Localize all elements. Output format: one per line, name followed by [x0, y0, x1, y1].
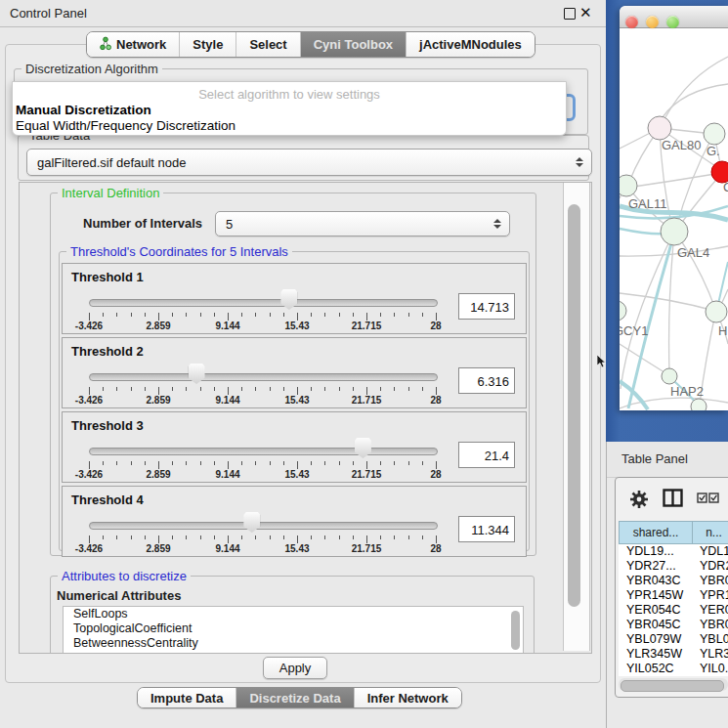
slider-track[interactable] [89, 373, 438, 381]
network-node-label: GCY1 [620, 323, 648, 338]
table-row[interactable]: YIL052CYIL0... [619, 662, 728, 676]
node-attribute-table[interactable]: shared... n... YDL19...YDL1...YDR27...YD… [619, 521, 728, 676]
threshold-value-field[interactable]: 11.344 [458, 516, 515, 542]
slider-track[interactable] [89, 522, 438, 530]
table-row[interactable]: YLR345WYLR3... [619, 647, 728, 662]
network-node-gal4[interactable] [661, 218, 688, 245]
network-node-gal80[interactable] [648, 116, 671, 140]
apply-button[interactable]: Apply [263, 657, 327, 679]
tab-cyni-toolbox[interactable]: Cyni Toolbox [301, 32, 407, 57]
table-header-shared-name[interactable]: shared... [619, 521, 693, 544]
application-window: Control Panel ✕ NetworkStyleSelectCyni T… [0, 0, 728, 728]
slider-major-tick [297, 313, 298, 321]
network-node-label: GAL4 [677, 245, 709, 260]
tab-select[interactable]: Select [236, 32, 300, 57]
slider-minor-tick [324, 313, 325, 317]
table-panel-container: shared... n... YDL19...YDL1...YDR27...YD… [615, 477, 728, 698]
slider-minor-tick [270, 461, 271, 465]
viewport-scrollbar-thumb[interactable] [568, 204, 580, 607]
cell-name: YER0... [700, 603, 728, 618]
slider-minor-tick [103, 313, 104, 317]
table-row[interactable]: YER054CYER0... [619, 603, 728, 618]
bottom-tab-infer-network[interactable]: Infer Network [355, 688, 461, 707]
slider-minor-tick [283, 461, 284, 465]
slider-minor-tick [255, 535, 256, 539]
tab-style[interactable]: Style [180, 32, 236, 57]
slider-minor-tick [255, 387, 256, 391]
threshold-value-field[interactable]: 6.316 [458, 367, 515, 394]
slider-minor-tick [270, 387, 271, 391]
attribute-list-item[interactable]: BetweennessCentrality [64, 636, 523, 651]
gear-icon[interactable] [629, 490, 649, 509]
float-window-icon[interactable] [564, 8, 576, 20]
network-edge[interactable] [620, 293, 714, 311]
network-edge[interactable] [663, 84, 728, 117]
network-node-hap2[interactable] [662, 368, 677, 384]
network-node-gal11[interactable] [620, 175, 637, 196]
network-node-gcy1[interactable] [620, 301, 626, 321]
attribute-list-item[interactable]: TopologicalCoefficient [64, 621, 523, 636]
table-row[interactable]: YDR27...YDR2... [619, 559, 728, 574]
network-edge[interactable] [665, 57, 728, 117]
table-data-combobox[interactable]: galFiltered.sif default node [26, 149, 592, 176]
attributes-list-scrollbar[interactable] [511, 611, 520, 650]
network-node-h[interactable] [706, 301, 727, 322]
threshold-value-field[interactable]: 21.4 [458, 442, 515, 468]
dropdown-placeholder-item[interactable]: Select algorithm to view settings [13, 87, 566, 102]
table-row[interactable]: YBR045CYBR0... [619, 618, 728, 632]
slider-major-tick [436, 535, 437, 543]
combobox-stepper-icon [576, 157, 583, 167]
tab-jactivemnodules[interactable]: jActiveMNodules [407, 32, 535, 57]
table-row[interactable]: YPR145WYPR1... [619, 588, 728, 603]
table-horizontal-scrollbar[interactable] [619, 678, 728, 691]
slider-tick-label: 21.715 [352, 469, 382, 480]
slider-major-tick [89, 313, 90, 321]
slider-minor-tick [353, 535, 354, 539]
dropdown-option-manual-discretization[interactable]: Manual Discretization [16, 103, 151, 117]
slider-tick-label: -3.426 [75, 543, 103, 554]
slider-minor-tick [103, 387, 104, 391]
table-header-name[interactable]: n... [692, 521, 728, 544]
viewport-vertical-scrollbar[interactable] [563, 183, 590, 651]
table-panel-title: Table Panel [621, 451, 688, 466]
close-icon[interactable]: ✕ [579, 4, 592, 21]
table-row[interactable]: YBR043CYBR0... [619, 574, 728, 588]
network-node-node[interactable] [691, 399, 707, 410]
tab-label: Impute Data [150, 691, 223, 706]
network-edge[interactable] [675, 233, 715, 309]
slider-minor-tick [394, 313, 395, 317]
bottom-tab-discretize-data[interactable]: Discretize Data [236, 688, 354, 707]
network-node-label: GAL80 [662, 138, 701, 152]
table-hscrollbar-thumb[interactable] [621, 680, 724, 692]
table-row[interactable]: YBL079WYBL0... [619, 632, 728, 647]
split-columns-icon[interactable] [663, 489, 683, 507]
network-edge[interactable] [620, 398, 728, 408]
algorithm-dropdown-popup: Select algorithm to view settings Manual… [12, 81, 567, 136]
bottom-tab-impute-data[interactable]: Impute Data [138, 688, 236, 707]
slider-track[interactable] [89, 299, 438, 307]
slider-tick-label: -3.426 [75, 469, 103, 480]
cell-shared-name: YER054C [626, 603, 681, 618]
network-canvas[interactable]: GAL80G.CGAL11GAL4GCY1HHAP2 [620, 27, 728, 410]
slider-major-tick [297, 461, 298, 469]
network-edge[interactable] [620, 246, 728, 256]
checkbox-icon[interactable] [697, 492, 720, 503]
attributes-group: Attributes to discretize Numerical Attri… [50, 576, 535, 654]
dropdown-option-equal-width-frequency[interactable]: Equal Width/Frequency Discretization [16, 118, 236, 133]
number-of-intervals-combobox[interactable]: 5 [215, 211, 510, 236]
slider-minor-tick [145, 387, 146, 391]
tab-network[interactable]: Network [87, 32, 180, 57]
network-node-g-[interactable] [704, 123, 725, 145]
network-window-titlebar[interactable] [620, 6, 728, 28]
numerical-attributes-list[interactable]: SelfLoopsTopologicalCoefficientBetweenne… [63, 606, 524, 654]
cell-shared-name: YBL079W [626, 632, 681, 647]
network-edge[interactable] [621, 234, 673, 389]
number-of-intervals-value: 5 [226, 217, 233, 232]
threshold-value-field[interactable]: 14.713 [458, 293, 515, 320]
slider-track[interactable] [89, 448, 438, 455]
attribute-list-item[interactable]: SelfLoops [64, 607, 523, 621]
threshold-box-2: Threshold 2-3.4262.8599.14415.4321.71528… [62, 337, 527, 408]
table-data-group: Table Data galFiltered.sif default node [18, 135, 589, 181]
network-edge[interactable] [627, 173, 721, 188]
table-row[interactable]: YDL19...YDL1... [619, 544, 728, 559]
